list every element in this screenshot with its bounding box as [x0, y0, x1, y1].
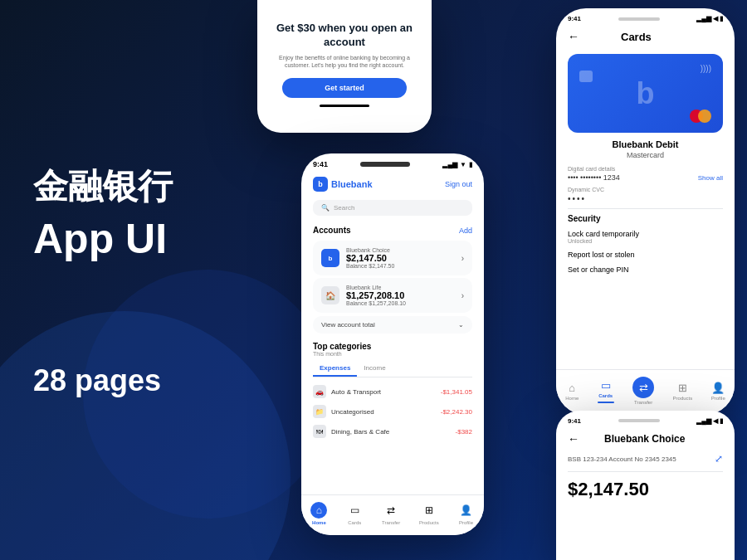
expense-name-1: Auto & Transport — [331, 388, 436, 396]
wifi-icon-account: ◀ — [713, 417, 718, 425]
categories-title: Top categories — [313, 342, 472, 351]
accounts-title: Accounts — [313, 226, 351, 235]
sign-out-button[interactable]: Sign out — [445, 180, 472, 188]
status-bar-account: 9:41 ▂▄▆ ◀ ▮ — [556, 411, 735, 428]
logo-icon: b — [313, 177, 328, 192]
nav-home-cards[interactable]: ⌂ Home — [565, 382, 579, 401]
battery-icon-account: ▮ — [720, 417, 723, 425]
notch-account — [618, 419, 660, 422]
mc-circle-orange — [698, 110, 711, 123]
nav-home-label: Home — [312, 520, 326, 525]
categories-section: Top categories This month Expenses Incom… — [301, 337, 484, 445]
nav-home[interactable]: ⌂ Home — [310, 502, 327, 525]
status-bar: 9:41 ▂▄▆ ▼ ▮ — [301, 153, 484, 172]
nav-products[interactable]: ⊞ Products — [419, 502, 439, 525]
search-bar[interactable]: 🔍 Search — [313, 200, 472, 216]
card-logo-b: b — [637, 76, 655, 111]
expense-name-2: Uncategorised — [331, 408, 436, 416]
accounts-header: Accounts Add — [301, 219, 484, 238]
wifi-icon-cards: ◀ — [713, 15, 718, 22]
expense-name-3: Dining, Bars & Cafe — [331, 428, 451, 436]
security-section: Security Lock card temporarily Unlocked … — [556, 214, 735, 274]
products-icon-cards: ⊞ — [678, 382, 687, 394]
transfer-icon: ⇄ — [383, 502, 399, 519]
status-time-cards: 9:41 — [568, 15, 581, 22]
home-indicator — [320, 105, 369, 107]
profile-icon: 👤 — [458, 502, 475, 519]
tab-expenses[interactable]: Expenses — [313, 361, 357, 377]
nav-transfer[interactable]: ⇄ Transfer — [382, 502, 400, 525]
expense-icon-1: 🚗 — [313, 385, 326, 398]
security-title: Security — [568, 214, 723, 223]
security-item-1[interactable]: Lock card temporarily Unlocked — [568, 230, 723, 244]
view-account-total[interactable]: View account total ⌄ — [313, 316, 472, 334]
products-icon: ⊞ — [421, 502, 437, 519]
bottom-navigation: ⌂ Home ▭ Cards ⇄ Transfer ⊞ Products 👤 P… — [301, 494, 484, 535]
nav-profile-label: Profile — [459, 520, 473, 525]
status-icons-cards: ▂▄▆ ◀ ▮ — [696, 15, 723, 22]
account-card-life[interactable]: 🏠 Bluebank Life $1,257,208.10 Balance $1… — [313, 278, 472, 313]
security-item-2[interactable]: Report lost or stolen — [568, 251, 723, 259]
nav-profile-cards[interactable]: 👤 Profile — [711, 382, 725, 401]
account-balance-2: Balance $1,257,208.10 — [346, 300, 455, 306]
back-arrow-cards[interactable]: ← — [568, 30, 579, 43]
account-card-choice[interactable]: b Bluebank Choice $2,147.50 Balance $2,1… — [313, 241, 472, 275]
battery-icon: ▮ — [469, 161, 472, 168]
card-chip — [579, 71, 593, 82]
security-item-3[interactable]: Set or change PIN — [568, 265, 723, 274]
signal-icon-account: ▂▄▆ — [696, 417, 711, 425]
account-meta-row: BSB 123-234 Account No 2345 2345 ⤢ — [556, 450, 735, 468]
back-arrow-account[interactable]: ← — [568, 432, 579, 446]
account-page-title: Bluebank Choice — [604, 433, 685, 445]
card-details-section: Digital card details •••• •••••••• 1234 … — [556, 166, 735, 203]
get-started-button[interactable]: Get started — [282, 78, 407, 98]
account-divider — [568, 471, 723, 472]
cards-page-title: Cards — [621, 31, 652, 43]
nav-cards-active[interactable]: ▭ Cards — [598, 379, 614, 403]
account-balance-1: Balance $2,147.50 — [346, 263, 455, 269]
account-arrow-1: › — [461, 254, 464, 263]
profile-icon-cards: 👤 — [711, 382, 725, 394]
signal-icon: ▂▄▆ — [442, 161, 457, 168]
account-name-1: Bluebank Choice — [346, 247, 455, 253]
expense-item-2: 📁 Uncategorised -$2,242.30 — [313, 402, 472, 421]
card-wifi-icon: )))) — [701, 64, 711, 73]
nav-products-cards[interactable]: ⊞ Products — [673, 382, 693, 401]
accounts-add-button[interactable]: Add — [459, 226, 472, 235]
products-label-cards: Products — [673, 396, 693, 401]
battery-icon-cards: ▮ — [720, 15, 723, 22]
category-tabs: Expenses Income — [313, 361, 472, 377]
pages-count: 28 pages — [33, 363, 173, 398]
categories-subtitle: This month — [313, 351, 472, 357]
app-header: b Bluebank Sign out — [301, 172, 484, 197]
account-arrow-2: › — [461, 291, 464, 300]
home-label-cards: Home — [565, 396, 579, 401]
transfer-label-cards: Transfer — [634, 400, 652, 405]
account-nav-header: ← Bluebank Choice — [556, 428, 735, 450]
expense-amount-1: -$1,341.05 — [441, 388, 472, 396]
nav-profile[interactable]: 👤 Profile — [458, 502, 475, 525]
app-ui-title: App UI — [33, 214, 173, 264]
share-icon[interactable]: ⤢ — [715, 453, 723, 465]
account-big-amount: $2,147.50 — [556, 475, 735, 504]
report-lost-title: Report lost or stolen — [568, 251, 723, 259]
nav-cards[interactable]: ▭ Cards — [346, 502, 363, 525]
card-visual: b )))) — [568, 54, 723, 133]
bottom-nav-cards: ⌂ Home ▭ Cards ⇄ Transfer ⊞ Products 👤 P… — [556, 369, 735, 415]
logo-area: b Bluebank — [313, 177, 373, 192]
status-bar-cards: 9:41 ▂▄▆ ◀ ▮ — [556, 8, 735, 26]
show-all-button[interactable]: Show all — [698, 174, 723, 182]
signal-icon-cards: ▂▄▆ — [696, 15, 711, 22]
wifi-icon: ▼ — [460, 161, 466, 168]
lock-card-status: Unlocked — [568, 238, 723, 244]
nav-transfer-cards[interactable]: ⇄ Transfer — [632, 377, 654, 405]
card-name: Bluebank Debit — [556, 139, 735, 149]
account-amount-2: $1,257,208.10 — [346, 290, 455, 300]
expense-icon-3: 🍽 — [313, 425, 326, 438]
tab-income[interactable]: Income — [357, 361, 392, 377]
nav-products-label: Products — [419, 520, 439, 525]
expense-icon-2: 📁 — [313, 405, 326, 418]
status-time: 9:41 — [313, 160, 328, 168]
set-pin-title: Set or change PIN — [568, 265, 723, 274]
cards-label-active: Cards — [598, 393, 613, 398]
